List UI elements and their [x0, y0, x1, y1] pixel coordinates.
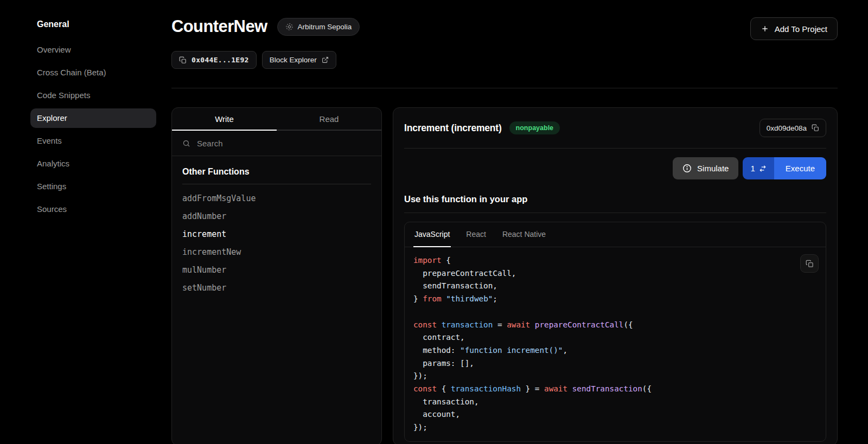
copy-code-button[interactable]	[800, 254, 819, 273]
execute-button[interactable]: Execute	[774, 157, 826, 179]
main-content: CounterNew Arbitrum Sepolia Add To Proje…	[171, 0, 868, 444]
code-block: import { prepareContractCall, sendTransa…	[413, 254, 817, 434]
code-language-tabs: JavaScriptReactReact Native	[405, 222, 826, 247]
code-line	[413, 306, 817, 319]
contract-header: CounterNew Arbitrum Sepolia Add To Proje…	[171, 16, 838, 40]
page-title: CounterNew	[171, 16, 267, 37]
code-line: params: [],	[413, 357, 817, 370]
function-detail-panel: Increment (increment) nonpayable 0xd09de…	[393, 107, 838, 444]
function-actions: Simulate 1 Execute	[404, 157, 826, 179]
code-line: sendTransaction,	[413, 280, 817, 293]
simulate-label: Simulate	[697, 164, 729, 173]
header-divider	[171, 88, 838, 88]
function-item-addfrommsgvalue[interactable]: addFromMsgValue	[182, 190, 371, 208]
code-line: } from "thirdweb";	[413, 293, 817, 306]
write-read-tabs: WriteRead	[172, 108, 381, 131]
execute-split-button: 1 Execute	[743, 157, 826, 179]
contract-meta-row: 0x044E...1E92 Block Explorer	[171, 51, 838, 69]
sidebar-item-settings[interactable]: Settings	[30, 177, 156, 196]
code-line: });	[413, 370, 817, 383]
search-input[interactable]	[196, 138, 371, 149]
tab-read[interactable]: Read	[277, 108, 381, 131]
function-title-group: Increment (increment) nonpayable	[404, 121, 560, 134]
code-line: method: "function increment()",	[413, 344, 817, 357]
function-item-mulnumber[interactable]: mulNumber	[182, 261, 371, 279]
contract-title-group: CounterNew Arbitrum Sepolia	[171, 16, 360, 37]
code-line: transaction,	[413, 396, 817, 409]
block-explorer-button[interactable]: Block Explorer	[262, 51, 336, 69]
contract-address-button[interactable]: 0x044E...1E92	[171, 51, 257, 69]
sidebar-item-overview[interactable]: Overview	[30, 40, 156, 60]
sidebar: General OverviewCross Chain (Beta)Code S…	[0, 0, 171, 444]
network-icon	[285, 23, 293, 31]
copy-icon	[806, 260, 814, 268]
search-icon	[182, 139, 190, 147]
code-body: import { prepareContractCall, sendTransa…	[405, 247, 826, 441]
code-line: import {	[413, 254, 817, 267]
code-tab-javascript[interactable]: JavaScript	[413, 222, 451, 247]
mutability-badge: nonpayable	[509, 121, 560, 134]
function-item-setnumber[interactable]: setNumber	[182, 279, 371, 297]
code-line: contract,	[413, 331, 817, 344]
copy-icon	[179, 56, 187, 64]
function-item-incrementnew[interactable]: incrementNew	[182, 243, 371, 261]
app: { "sidebar": { "title": "General", "item…	[0, 0, 868, 444]
function-selector-button[interactable]: 0xd09de08a	[760, 119, 826, 137]
code-tab-react-native[interactable]: React Native	[501, 222, 547, 247]
usage-heading: Use this function in your app	[404, 194, 826, 213]
external-link-icon	[322, 56, 329, 63]
sidebar-item-code-snippets[interactable]: Code Snippets	[30, 86, 156, 105]
tab-write[interactable]: Write	[172, 108, 277, 131]
sidebar-section-title: General	[37, 20, 163, 29]
functions-section: Other Functions addFromMsgValueaddNumber…	[172, 156, 381, 308]
code-line: const { transactionHash } = await sendTr…	[413, 383, 817, 396]
block-explorer-label: Block Explorer	[270, 56, 317, 64]
add-to-project-label: Add To Project	[775, 24, 827, 34]
functions-list: addFromMsgValueaddNumberincrementincreme…	[182, 190, 371, 297]
code-panel: JavaScriptReactReact Native import { pre…	[404, 222, 826, 442]
simulate-button[interactable]: Simulate	[673, 157, 738, 179]
function-detail-header: Increment (increment) nonpayable 0xd09de…	[404, 117, 826, 149]
function-item-addnumber[interactable]: addNumber	[182, 208, 371, 226]
swap-arrows-icon	[759, 165, 767, 172]
functions-panel: WriteRead Other Functions addFromMsgValu…	[171, 107, 382, 444]
sidebar-item-analytics[interactable]: Analytics	[30, 154, 156, 173]
sidebar-item-events[interactable]: Events	[30, 131, 156, 151]
plus-icon	[761, 24, 769, 33]
sidebar-nav: OverviewCross Chain (Beta)Code SnippetsE…	[30, 40, 163, 219]
network-badge-label: Arbitrum Sepolia	[298, 23, 352, 31]
code-line: const transaction = await prepareContrac…	[413, 319, 817, 332]
network-badge[interactable]: Arbitrum Sepolia	[277, 18, 360, 36]
sidebar-item-explorer[interactable]: Explorer	[30, 108, 156, 128]
transaction-count: 1	[750, 164, 755, 173]
add-to-project-button[interactable]: Add To Project	[750, 17, 838, 40]
explorer-content: WriteRead Other Functions addFromMsgValu…	[171, 107, 838, 444]
transaction-count-button[interactable]: 1	[743, 157, 774, 179]
code-line: prepareContractCall,	[413, 267, 817, 280]
sidebar-item-sources[interactable]: Sources	[30, 200, 156, 219]
code-line: account,	[413, 408, 817, 421]
function-selector: 0xd09de08a	[767, 124, 807, 132]
code-tab-react[interactable]: React	[465, 222, 487, 247]
function-item-increment[interactable]: increment	[182, 226, 371, 243]
sidebar-item-cross-chain-beta[interactable]: Cross Chain (Beta)	[30, 63, 156, 82]
copy-icon	[812, 124, 819, 132]
info-icon	[682, 164, 692, 173]
contract-address: 0x044E...1E92	[192, 56, 249, 64]
function-title: Increment (increment)	[404, 123, 502, 134]
search-bar	[172, 131, 381, 156]
code-line: });	[413, 421, 817, 434]
functions-section-title: Other Functions	[182, 167, 371, 184]
